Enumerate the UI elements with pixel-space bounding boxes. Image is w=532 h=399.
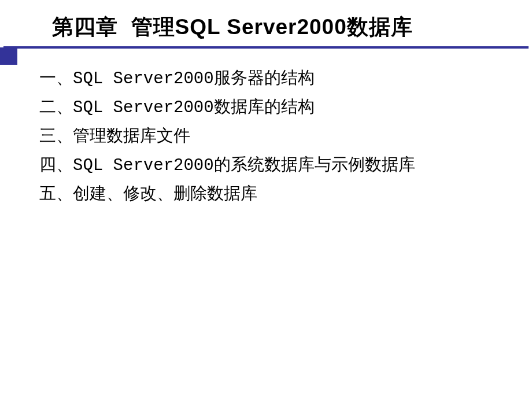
slide-title: 第四章 管理SQL Server2000数据库 (52, 13, 520, 42)
slide-container: 第四章 管理SQL Server2000数据库 一、SQL Server2000… (0, 0, 532, 399)
list-item: 二、SQL Server2000数据库的结构 (39, 94, 532, 123)
list-item: 一、SQL Server2000服务器的结构 (39, 65, 532, 94)
list-item: 五、创建、修改、删除数据库 (39, 180, 532, 209)
accent-square-icon (0, 47, 17, 65)
list-item: 三、管理数据库文件 (39, 123, 532, 152)
title-area: 第四章 管理SQL Server2000数据库 (0, 0, 532, 42)
title-underline (3, 46, 529, 49)
content-area: 一、SQL Server2000服务器的结构 二、SQL Server2000数… (0, 42, 532, 209)
list-item: 四、SQL Server2000的系统数据库与示例数据库 (39, 152, 532, 180)
